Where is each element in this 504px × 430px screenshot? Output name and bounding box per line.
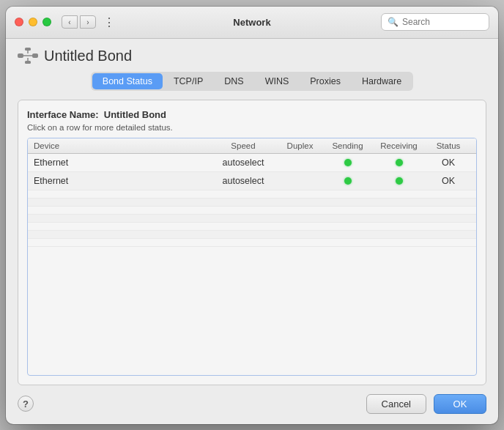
- tab-hardware[interactable]: Hardware: [352, 73, 412, 89]
- cell-status-0: OK: [426, 157, 470, 168]
- bond-status-panel: Interface Name: Untitled Bond Click on a…: [18, 100, 486, 385]
- svg-rect-6: [25, 61, 31, 64]
- sending-dot-1: [344, 177, 352, 185]
- footer-buttons: Cancel OK: [366, 394, 486, 414]
- help-text: Click on a row for more detailed status.: [27, 123, 477, 132]
- receiving-dot-1: [396, 177, 403, 185]
- cell-speed-0: autoselect: [210, 157, 276, 168]
- tab-tcp-ip[interactable]: TCP/IP: [163, 73, 213, 89]
- header-device: Device: [34, 141, 210, 150]
- interface-value: Untitled Bond: [104, 109, 166, 120]
- close-button[interactable]: [15, 18, 23, 26]
- forward-button[interactable]: ›: [80, 15, 96, 29]
- tab-dns[interactable]: DNS: [214, 73, 253, 89]
- table-row[interactable]: Ethernet autoselect OK: [28, 172, 476, 190]
- traffic-lights: [15, 18, 51, 26]
- tab-bar: Bond Status TCP/IP DNS WINS Proxies Hard…: [18, 72, 486, 91]
- table-row-empty: [28, 215, 476, 223]
- bond-header: Untitled Bond: [18, 48, 486, 64]
- tab-proxies[interactable]: Proxies: [300, 73, 351, 89]
- footer: ? Cancel OK: [6, 385, 498, 424]
- svg-rect-1: [32, 53, 38, 58]
- nav-buttons: ‹ ›: [62, 15, 96, 29]
- network-window: ‹ › ⋮ Network 🔍 Untitl: [6, 7, 498, 424]
- search-input[interactable]: [402, 17, 483, 27]
- sending-dot-0: [344, 159, 352, 166]
- table-row-empty: [28, 207, 476, 215]
- cancel-button[interactable]: Cancel: [366, 394, 426, 414]
- back-button[interactable]: ‹: [62, 15, 78, 29]
- search-box: 🔍: [381, 13, 489, 31]
- cell-device-1: Ethernet: [34, 176, 210, 186]
- help-button[interactable]: ?: [18, 396, 34, 412]
- table-header: Device Speed Duplex Sending Receiving St…: [28, 138, 476, 154]
- device-table: Device Speed Duplex Sending Receiving St…: [27, 138, 477, 376]
- grid-icon[interactable]: ⋮: [103, 15, 115, 29]
- header-receiving: Receiving: [371, 141, 426, 150]
- cell-device-0: Ethernet: [34, 157, 210, 168]
- tab-wins[interactable]: WINS: [255, 73, 300, 89]
- header-duplex: Duplex: [276, 141, 324, 150]
- title-bar: ‹ › ⋮ Network 🔍: [6, 7, 498, 39]
- table-row-empty: [28, 223, 476, 231]
- table-row-empty: [28, 231, 476, 239]
- receiving-dot-0: [396, 159, 403, 166]
- header-speed: Speed: [210, 141, 276, 150]
- cell-speed-1: autoselect: [210, 176, 276, 186]
- minimize-button[interactable]: [29, 18, 37, 26]
- content-area: Untitled Bond Bond Status TCP/IP DNS WIN…: [6, 39, 498, 385]
- ok-button[interactable]: OK: [434, 394, 486, 414]
- window-title: Network: [233, 17, 270, 28]
- cell-status-1: OK: [426, 176, 470, 186]
- maximize-button[interactable]: [42, 18, 51, 26]
- header-sending: Sending: [324, 141, 371, 150]
- bond-icon: [18, 48, 38, 64]
- svg-rect-5: [25, 48, 31, 51]
- header-status: Status: [426, 141, 470, 150]
- tab-bond-status[interactable]: Bond Status: [92, 73, 163, 89]
- table-row-empty: [28, 239, 476, 247]
- interface-label: Interface Name:: [27, 109, 99, 120]
- table-row-empty: [28, 199, 476, 207]
- svg-rect-0: [18, 53, 23, 58]
- search-icon: 🔍: [388, 17, 399, 27]
- cell-sending-1: [324, 177, 371, 185]
- table-row-empty: [28, 190, 476, 199]
- cell-sending-0: [324, 159, 371, 166]
- interface-name: Interface Name: Untitled Bond: [27, 109, 477, 120]
- tab-group: Bond Status TCP/IP DNS WINS Proxies Hard…: [91, 72, 413, 91]
- bond-title: Untitled Bond: [44, 48, 132, 64]
- cell-receiving-1: [371, 177, 426, 185]
- cell-receiving-0: [371, 159, 426, 166]
- table-body: Ethernet autoselect OK Ethernet: [28, 154, 476, 375]
- table-row[interactable]: Ethernet autoselect OK: [28, 154, 476, 172]
